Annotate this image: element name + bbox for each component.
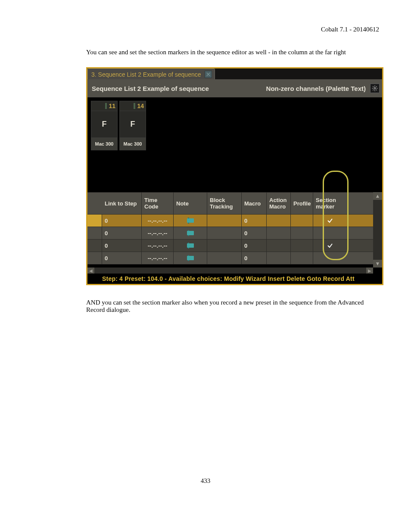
scroll-down-icon[interactable]: ▼ <box>373 260 382 268</box>
cell-note[interactable] <box>174 252 207 264</box>
gear-icon[interactable] <box>370 84 380 93</box>
paragraph-1: You can see and set the section markers … <box>86 49 379 56</box>
col-time-code[interactable]: Time Code <box>142 193 174 214</box>
note-tag-icon <box>187 230 194 236</box>
fixture-tile[interactable]: 11FMac 300 <box>91 101 118 150</box>
panel-header: Sequence List 2 Example of sequence Non-… <box>87 79 382 97</box>
cell-link[interactable]: 0 <box>102 215 142 227</box>
col-action-macro[interactable]: Action Macro <box>267 193 291 214</box>
svg-line-7 <box>376 86 377 87</box>
cell-macro[interactable]: 0 <box>242 215 267 227</box>
col-macro[interactable]: Macro <box>242 193 267 214</box>
page-number: 433 <box>0 477 411 485</box>
cell-block[interactable] <box>207 227 242 239</box>
fixture-tile[interactable]: 14FMac 300 <box>119 101 146 150</box>
table-row[interactable]: 0--.--.--.--0 <box>87 252 373 264</box>
sequence-table: Link to Step Time Code Note Block Tracki… <box>87 192 373 268</box>
cell-macro[interactable]: 0 <box>242 227 267 239</box>
fixture-number: 14 <box>137 103 144 109</box>
close-icon[interactable] <box>205 71 212 78</box>
cell-action[interactable] <box>267 240 291 252</box>
svg-line-6 <box>376 90 377 90</box>
cell-timecode[interactable]: --.--.--.-- <box>142 215 174 227</box>
cell-action[interactable] <box>267 227 291 239</box>
note-tag-icon <box>187 243 194 249</box>
check-icon <box>327 218 333 224</box>
cell-section[interactable] <box>313 252 347 264</box>
page-header: Cobalt 7.1 - 20140612 <box>86 26 379 33</box>
vertical-scrollbar[interactable]: ▲ ▼ <box>373 192 382 268</box>
scroll-up-icon[interactable]: ▲ <box>373 192 382 200</box>
horizontal-scrollbar[interactable]: ◀ ▶ <box>87 268 373 274</box>
cell-profile[interactable] <box>291 215 313 227</box>
cell-block[interactable] <box>207 240 242 252</box>
note-tag-icon <box>187 255 194 261</box>
scroll-right-icon[interactable]: ▶ <box>366 268 373 274</box>
cell-profile[interactable] <box>291 240 313 252</box>
cell-note[interactable] <box>174 215 207 227</box>
cell-profile[interactable] <box>291 227 313 239</box>
cell-timecode[interactable]: --.--.--.-- <box>142 252 174 264</box>
fixture-label: Mac 300 <box>91 138 117 150</box>
note-tag-icon <box>187 218 194 224</box>
fixture-level: F <box>91 111 117 138</box>
col-block-tracking[interactable]: Block Tracking <box>207 193 242 214</box>
cell-macro[interactable]: 0 <box>242 240 267 252</box>
col-note[interactable]: Note <box>174 193 207 214</box>
screenshot-sequence-editor: 3. Sequence List 2 Example of sequence S… <box>86 67 383 285</box>
fixture-area: 11FMac 30014FMac 300 <box>87 97 382 192</box>
cell-section[interactable] <box>313 215 347 227</box>
table-row[interactable]: 0--.--.--.--0 <box>87 215 373 227</box>
col-link-to-step[interactable]: Link to Step <box>102 193 142 214</box>
cell-link[interactable]: 0 <box>102 227 142 239</box>
svg-line-8 <box>373 90 374 90</box>
cell-profile[interactable] <box>291 252 313 264</box>
cell-timecode[interactable]: --.--.--.-- <box>142 240 174 252</box>
cell-link[interactable]: 0 <box>102 252 142 264</box>
cell-action[interactable] <box>267 252 291 264</box>
cell-link[interactable]: 0 <box>102 240 142 252</box>
tab-bar: 3. Sequence List 2 Example of sequence <box>87 68 382 79</box>
svg-line-5 <box>373 86 374 87</box>
table-area: ▲ ▼ Link to Step Time Code Note Block Tr… <box>87 192 382 284</box>
cell-action[interactable] <box>267 215 291 227</box>
table-header: Link to Step Time Code Note Block Tracki… <box>87 192 373 215</box>
tab-title: 3. Sequence List 2 Example of sequence <box>91 71 201 78</box>
fixture-level: F <box>120 111 146 138</box>
table-row[interactable]: 0--.--.--.--0 <box>87 240 373 252</box>
col-profile[interactable]: Profile <box>291 193 313 214</box>
cell-timecode[interactable]: --.--.--.-- <box>142 227 174 239</box>
table-row[interactable]: 0--.--.--.--0 <box>87 227 373 240</box>
cell-section[interactable] <box>313 227 347 239</box>
document-page: Cobalt 7.1 - 20140612 You can see and se… <box>0 0 411 532</box>
cell-note[interactable] <box>174 240 207 252</box>
tab-sequence-list[interactable]: 3. Sequence List 2 Example of sequence <box>87 68 215 80</box>
col-section-marker[interactable]: Section marker <box>313 193 347 214</box>
cell-macro[interactable]: 0 <box>242 252 267 264</box>
panel-title: Sequence List 2 Example of sequence <box>92 85 209 92</box>
cell-section[interactable] <box>313 240 347 252</box>
scroll-left-icon[interactable]: ◀ <box>87 268 94 274</box>
cell-block[interactable] <box>207 252 242 264</box>
check-icon <box>327 243 333 249</box>
status-bar: Step: 4 Preset: 104.0 - Available choice… <box>87 274 382 284</box>
fixture-number: 11 <box>109 103 115 109</box>
cell-note[interactable] <box>174 227 207 239</box>
cell-block[interactable] <box>207 215 242 227</box>
svg-point-0 <box>374 87 376 89</box>
display-mode-label[interactable]: Non-zero channels (Palette Text) <box>266 85 366 92</box>
paragraph-2: AND you can set the section marker also … <box>86 299 379 314</box>
fixture-label: Mac 300 <box>120 138 146 150</box>
